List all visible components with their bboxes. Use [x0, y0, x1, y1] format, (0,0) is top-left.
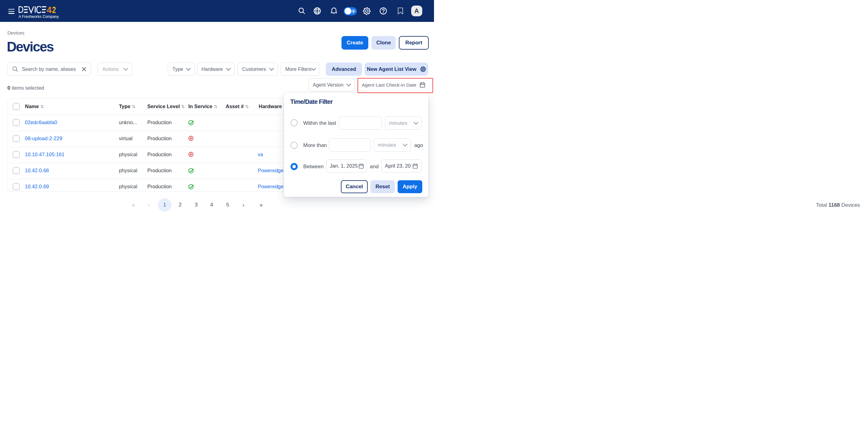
svg-text:4: 4	[47, 6, 52, 13]
svg-text:2: 2	[52, 6, 56, 13]
